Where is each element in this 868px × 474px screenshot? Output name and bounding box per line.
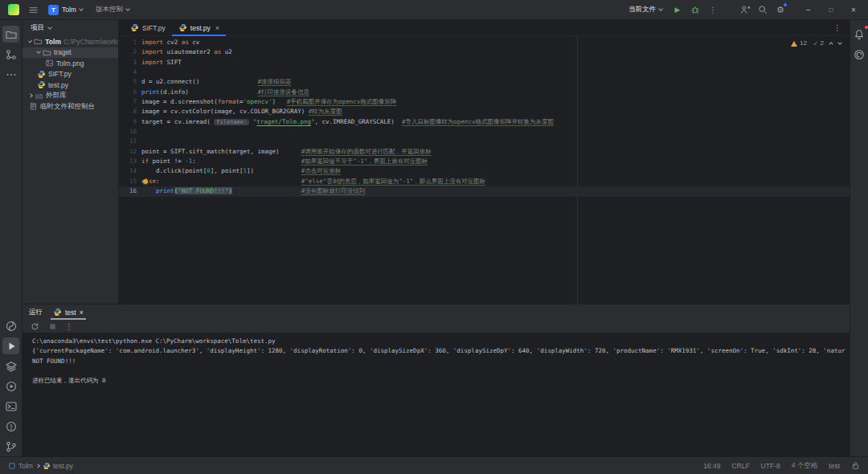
search-icon	[757, 4, 768, 15]
status-interpreter[interactable]: test	[829, 462, 840, 470]
kebab-icon: ⋮	[709, 6, 717, 14]
tool-strip-structure-button[interactable]	[2, 46, 19, 63]
tool-strip-more-button[interactable]	[2, 66, 19, 83]
tool-strip-problems-button[interactable]	[2, 418, 19, 435]
breadcrumb-item-Tolm[interactable]: Tolm	[8, 462, 33, 470]
tree-item-外部库[interactable]: 外部库	[23, 91, 118, 102]
python-icon	[130, 23, 139, 32]
more-actions-button[interactable]: ⋮	[706, 2, 720, 17]
tool-strip-python-packages-button[interactable]	[2, 317, 19, 334]
close-button[interactable]: ×	[844, 0, 863, 20]
code-text: point = SIFT.sift_match(target, image) #…	[141, 147, 850, 157]
tool-strip-ai-assistant-button[interactable]	[851, 46, 868, 63]
line-number[interactable]: 4	[119, 67, 141, 77]
tab-list-button[interactable]: ⋮	[825, 20, 850, 35]
folder-icon	[34, 37, 43, 46]
line-number[interactable]: 7	[119, 97, 141, 107]
tree-item-test.py[interactable]: test.py	[23, 80, 118, 91]
editor-tab-SIFT.py[interactable]: SIFT.py	[124, 20, 172, 35]
code-line-7: 7image = d.screenshot(format='opencv') #…	[119, 97, 850, 107]
breadcrumb-item-test.py[interactable]: test.py	[43, 462, 73, 470]
stop-icon[interactable]	[47, 321, 58, 332]
hamburger-menu-icon	[28, 5, 39, 15]
project-widget[interactable]: T Tolm	[43, 2, 88, 18]
warning-count: 12	[800, 39, 807, 48]
intention-bulb-icon[interactable]	[143, 179, 148, 184]
prev-problem-button[interactable]	[829, 42, 833, 47]
search-everywhere-button[interactable]	[755, 2, 770, 17]
editor-tab-test.py[interactable]: test.py×	[172, 20, 226, 35]
status-line-separator[interactable]: CRLF	[731, 462, 749, 470]
tool-strip-run-button[interactable]	[2, 337, 19, 354]
line-number[interactable]: 13	[119, 157, 141, 166]
status-indent[interactable]: 4 个空格	[792, 461, 818, 471]
tool-strip-version-control-button[interactable]	[2, 438, 19, 455]
breadcrumb-separator	[35, 464, 40, 468]
inspections-widget[interactable]: 12 ✓2	[791, 39, 841, 48]
project-name: Tolm	[62, 6, 76, 14]
chevron-down-icon[interactable]	[28, 39, 32, 43]
tree-item-临时文件和控制台[interactable]: 临时文件和控制台	[23, 101, 118, 112]
tool-strip-python-console-button[interactable]	[2, 378, 19, 394]
tree-item-Tolm[interactable]: TolmC:\PyCharm\workspace	[23, 36, 118, 47]
code-text: print("NOT FOUND!!!") #没有图标就打印没找到	[141, 186, 850, 196]
next-problem-button[interactable]	[837, 40, 842, 45]
settings-button[interactable]: ⚙	[773, 2, 788, 17]
line-number[interactable]: 9	[119, 117, 141, 127]
tool-strip-services-button[interactable]	[2, 358, 19, 374]
python-packages-icon	[5, 320, 18, 333]
run-tab-test[interactable]: test ×	[49, 304, 88, 320]
line-number[interactable]: 15	[119, 177, 141, 186]
tool-strip-notifications-button[interactable]	[851, 26, 868, 43]
close-icon[interactable]: ×	[80, 309, 84, 317]
line-number[interactable]: 6	[119, 88, 141, 97]
chevron-right-icon[interactable]	[28, 93, 33, 98]
rerun-icon[interactable]	[30, 321, 40, 332]
line-number[interactable]: 14	[119, 166, 141, 176]
vcs-widget[interactable]: 版本控制	[91, 2, 134, 18]
line-number[interactable]: 8	[119, 107, 141, 116]
status-encoding[interactable]: UTF-8	[761, 462, 780, 470]
run-config-widget[interactable]: 当前文件	[624, 2, 667, 18]
project-avatar: T	[48, 5, 59, 15]
line-number[interactable]: 1	[119, 38, 141, 47]
line-number[interactable]: 3	[119, 58, 141, 67]
code-text: else: #"else"否则的意思，如果返回值为"-1"，那么界面上没有对应图…	[141, 177, 850, 186]
notifications-icon	[853, 28, 866, 41]
line-number[interactable]: 2	[119, 47, 141, 57]
tree-item-SIFT.py[interactable]: SIFT.py	[23, 69, 118, 80]
scratch-icon	[29, 102, 38, 111]
debug-button[interactable]	[688, 2, 702, 17]
run-button[interactable]: ▶	[670, 2, 685, 17]
line-number[interactable]: 12	[119, 147, 141, 157]
kebab-icon[interactable]: ⋮	[65, 322, 73, 331]
close-icon[interactable]: ×	[215, 24, 219, 32]
maximize-button[interactable]: □	[821, 0, 841, 20]
code-line-5: 5d = u2.connect() #连接模拟器	[119, 77, 850, 87]
chevron-down-icon[interactable]	[36, 49, 41, 54]
line-number[interactable]: 10	[119, 127, 141, 137]
more-icon	[5, 68, 18, 81]
code-editor[interactable]: 1import cv2 as cv2import uiautomator2 as…	[119, 36, 850, 304]
tool-strip-project-folder-button[interactable]	[2, 26, 19, 43]
code-text: print(d.info) #打印连接设备信息	[141, 88, 850, 97]
line-number[interactable]: 11	[119, 137, 141, 146]
project-panel-header[interactable]: 项目	[23, 20, 118, 36]
tree-item-label: 临时文件和控制台	[40, 102, 95, 112]
tree-item-Tolm.png[interactable]: Tolm.png	[23, 58, 118, 69]
status-caret-position[interactable]: 16:49	[703, 462, 720, 470]
minimize-button[interactable]: −	[799, 0, 818, 20]
tree-item-traget[interactable]: traget	[23, 47, 118, 59]
code-line-4: 4	[119, 67, 850, 77]
code-text: import uiautomator2 as u2	[141, 47, 850, 57]
vcs-label: 版本控制	[96, 5, 123, 14]
add-user-button[interactable]	[738, 2, 752, 17]
line-number[interactable]: 16	[119, 186, 141, 196]
code-line-9: 9target = cv.imread( filename: "traget/T…	[119, 117, 850, 127]
main-menu-button[interactable]	[26, 2, 40, 17]
readonly-lock-icon[interactable]	[851, 461, 860, 470]
tool-strip-terminal-button[interactable]	[2, 398, 19, 415]
run-console[interactable]: C:\anaconda3\envs\test\python.exe C:\PyC…	[23, 333, 850, 456]
play-icon: ▶	[675, 6, 681, 14]
line-number[interactable]: 5	[119, 77, 141, 87]
